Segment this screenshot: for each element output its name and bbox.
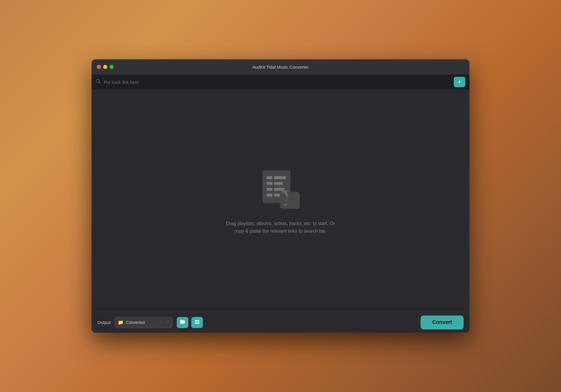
queue-button[interactable] [191,317,203,328]
window-title: AudKit Tidal Music Converter [252,65,308,70]
search-input[interactable] [104,80,451,85]
empty-state-text: Drag playlists, albums, artists, tracks,… [222,220,339,235]
title-bar: AudKit Tidal Music Converter [92,59,469,74]
search-bar: + [92,74,469,90]
empty-state-illustration: ♩ [257,166,304,213]
close-button[interactable] [97,65,101,69]
svg-rect-5 [267,182,272,185]
search-icon [96,79,101,85]
minimize-button[interactable] [103,65,107,69]
open-folder-button[interactable] [177,317,188,328]
svg-line-1 [99,82,101,84]
convert-button[interactable]: Convert [421,316,464,329]
footer: Output: 📁 Converted ⌃ [92,312,469,333]
list-icon [194,319,200,326]
folder-selector[interactable]: 📁 Converted ⌃ [115,317,173,328]
svg-rect-4 [274,176,286,179]
app-window: AudKit Tidal Music Converter + [92,59,469,333]
svg-rect-9 [267,194,272,197]
svg-rect-14 [195,320,199,321]
svg-rect-7 [267,188,272,191]
svg-rect-15 [195,321,199,322]
output-label: Output: [97,320,112,325]
maximize-button[interactable] [110,65,114,69]
folder-open-icon [180,319,185,326]
svg-text:♩: ♩ [283,195,289,208]
svg-rect-3 [267,176,272,179]
add-button[interactable]: + [454,77,465,87]
folder-name: Converted [126,320,164,325]
chevron-icon: ⌃ [167,320,169,325]
window-controls [97,65,114,69]
svg-rect-6 [274,182,283,185]
main-content: ♩ Drag playlists, albums, artists, track… [92,90,469,312]
folder-icon: 📁 [118,320,124,325]
svg-rect-16 [195,323,199,324]
